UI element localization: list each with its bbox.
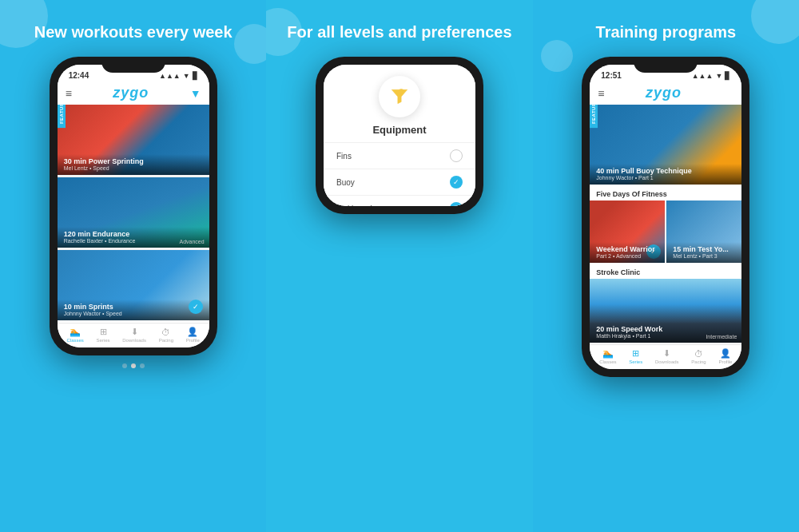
nav-classes-label: Classes	[67, 338, 84, 343]
dot-2	[131, 363, 136, 368]
workout-list: FEATURED 30 min Power Sprinting Mel Lent…	[58, 105, 209, 320]
stroke-card[interactable]: 20 min Speed Work Matth Hrakyia • Part 1…	[590, 279, 741, 343]
nav-pacing-label: Pacing	[159, 338, 173, 343]
featured-card-right[interactable]: FEATURED 40 min Pull Buoy Technique John…	[590, 105, 741, 185]
nav-pacing[interactable]: ⏱ Pacing	[159, 328, 173, 343]
nav-profile[interactable]: 👤 Profile	[186, 327, 200, 343]
panel-title-center: For all levels and preferences	[287, 22, 511, 42]
signal-icon: ▲▲▲	[159, 72, 181, 80]
stroke-tag: Intermediate	[706, 334, 737, 339]
five-days-row: ✓ Weekend Warrior Part 2 • Advanced 15 m…	[590, 200, 741, 263]
dot-1	[122, 363, 127, 368]
phone-screen-left: 12:44 ▲▲▲ ▼ ▊ ≡ zygo ▼ FEATURED	[58, 65, 209, 347]
nav-r-series-label: Series	[629, 359, 642, 364]
status-time: 12:44	[69, 71, 89, 80]
downloads-icon-r: ⬇	[663, 348, 670, 359]
pacing-icon: ⏱	[161, 328, 170, 337]
test-card[interactable]: 15 min Test Yo... Mel Lentz • Part 3	[666, 200, 741, 263]
nav-r-downloads-label: Downloads	[655, 359, 679, 364]
decoration-bubble	[541, 40, 573, 72]
dot-3	[140, 363, 145, 368]
decoration-bubble	[751, 0, 799, 44]
menu-icon-r[interactable]: ≡	[598, 87, 604, 100]
svg-point-0	[399, 89, 404, 94]
workout-card-1[interactable]: FEATURED 30 min Power Sprinting Mel Lent…	[58, 105, 209, 175]
app-header-left: ≡ zygo ▼	[58, 81, 209, 105]
featured-sub-right: Johnny Wactor • Part 1	[596, 175, 735, 181]
kickboard-label: Kickboard	[336, 204, 372, 207]
workout-sub-3: Johnny Wactor • Speed	[64, 311, 203, 316]
dot-indicator-left	[122, 363, 145, 368]
series-icon-r: ⊞	[632, 348, 639, 359]
filter-icon[interactable]: ▼	[190, 87, 201, 100]
warrior-info: Weekend Warrior Part 2 • Advanced	[590, 242, 665, 263]
panel-center: For all levels and preferences 4:26 ▲▲▲ …	[266, 0, 532, 532]
status-icons: ▲▲▲ ▼ ▊	[159, 72, 198, 80]
phone-center: 4:26 ▲▲▲ ▼ ▊ ≡ zygo Clear All Difficulty…	[316, 57, 483, 214]
nav-r-classes[interactable]: 🏊 Classes	[599, 348, 616, 364]
downloads-icon: ⬇	[131, 327, 138, 337]
featured-badge-right: FEATURED	[590, 105, 598, 128]
wifi-icon: ▼	[183, 72, 190, 80]
workout-info-3: 10 min Sprints Johnny Wactor • Speed	[58, 300, 209, 320]
fins-checkbox[interactable]	[450, 149, 463, 162]
bottom-nav-left: 🏊 Classes ⊞ Series ⬇ Downloads ⏱ Pacing …	[58, 323, 209, 347]
fins-label: Fins	[336, 152, 352, 161]
classes-icon: 🏊	[70, 327, 81, 337]
series-icon: ⊞	[100, 327, 107, 337]
buoy-checkbox[interactable]: ✓	[450, 176, 463, 189]
panel-right: Training programs 12:51 ▲▲▲ ▼ ▊ ≡ zygo	[533, 0, 799, 532]
test-title: 15 min Test Yo...	[673, 245, 735, 253]
featured-info-right: 40 min Pull Buoy Technique Johnny Wactor…	[590, 164, 741, 185]
nav-r-pacing[interactable]: ⏱ Pacing	[691, 349, 706, 364]
phone-left: 12:44 ▲▲▲ ▼ ▊ ≡ zygo ▼ FEATURED	[50, 57, 217, 355]
battery-icon-r: ▊	[725, 72, 730, 80]
stroke-title: 20 min Speed Work	[596, 325, 735, 333]
check-badge-3: ✓	[189, 300, 203, 314]
nav-r-series[interactable]: ⊞ Series	[629, 348, 642, 364]
nav-downloads-label: Downloads	[122, 338, 146, 343]
nav-r-classes-label: Classes	[599, 359, 616, 364]
workout-card-3[interactable]: 10 min Sprints Johnny Wactor • Speed ✓	[58, 250, 209, 320]
buoy-label: Buoy	[336, 178, 355, 187]
classes-icon-r: 🏊	[602, 348, 614, 359]
workout-title-3: 10 min Sprints	[64, 303, 203, 311]
signal-icon-r: ▲▲▲	[692, 72, 714, 80]
battery-icon: ▊	[193, 72, 198, 80]
nav-series[interactable]: ⊞ Series	[97, 327, 110, 343]
stroke-info: 20 min Speed Work Matth Hrakyia • Part 1	[590, 322, 741, 343]
equipment-item-buoy[interactable]: Buoy ✓	[324, 169, 475, 195]
panel-title-left: New workouts every week	[34, 22, 233, 42]
nav-classes[interactable]: 🏊 Classes	[67, 327, 84, 343]
pacing-icon-r: ⏱	[694, 349, 703, 359]
panel-left: New workouts every week 12:44 ▲▲▲ ▼ ▊ ≡ …	[0, 0, 266, 532]
menu-icon[interactable]: ≡	[66, 87, 72, 100]
workout-sub-1: Mel Lentz • Speed	[64, 165, 203, 171]
workout-tag-2: Advanced	[180, 239, 205, 244]
featured-badge: FEATURED	[58, 105, 66, 128]
equipment-item-fins[interactable]: Fins	[324, 142, 475, 169]
nav-r-downloads[interactable]: ⬇ Downloads	[655, 348, 679, 364]
workout-card-2[interactable]: 120 min Endurance Rachelle Baxter • Endu…	[58, 177, 209, 248]
kickboard-checkbox[interactable]: ✓	[450, 202, 463, 206]
panel-title-right: Training programs	[596, 22, 737, 42]
profile-icon: 👤	[187, 327, 198, 337]
modal-sheet: Equipment Fins Buoy ✓ Kickboard ✓	[324, 65, 475, 206]
decoration-bubble	[234, 24, 266, 64]
nav-r-profile[interactable]: 👤 Profile	[718, 348, 732, 364]
warrior-sub: Part 2 • Advanced	[596, 253, 658, 259]
zygo-logo-r: zygo	[646, 85, 682, 101]
phone-screen-center: 4:26 ▲▲▲ ▼ ▊ ≡ zygo Clear All Difficulty…	[324, 65, 475, 206]
modal-top-icon	[324, 65, 475, 124]
phone-notch	[101, 57, 165, 73]
nav-r-profile-label: Profile	[718, 359, 732, 364]
equipment-item-kickboard[interactable]: Kickboard ✓	[324, 195, 475, 206]
warrior-title: Weekend Warrior	[596, 245, 658, 253]
status-icons-right: ▲▲▲ ▼ ▊	[692, 72, 731, 80]
warrior-card[interactable]: ✓ Weekend Warrior Part 2 • Advanced	[590, 200, 665, 263]
filter-funnel-icon	[379, 76, 420, 117]
bottom-nav-right: 🏊 Classes ⊞ Series ⬇ Downloads ⏱ Pacing …	[590, 344, 741, 369]
test-sub: Mel Lentz • Part 3	[673, 253, 735, 259]
nav-series-label: Series	[97, 338, 110, 343]
nav-downloads[interactable]: ⬇ Downloads	[122, 327, 146, 343]
